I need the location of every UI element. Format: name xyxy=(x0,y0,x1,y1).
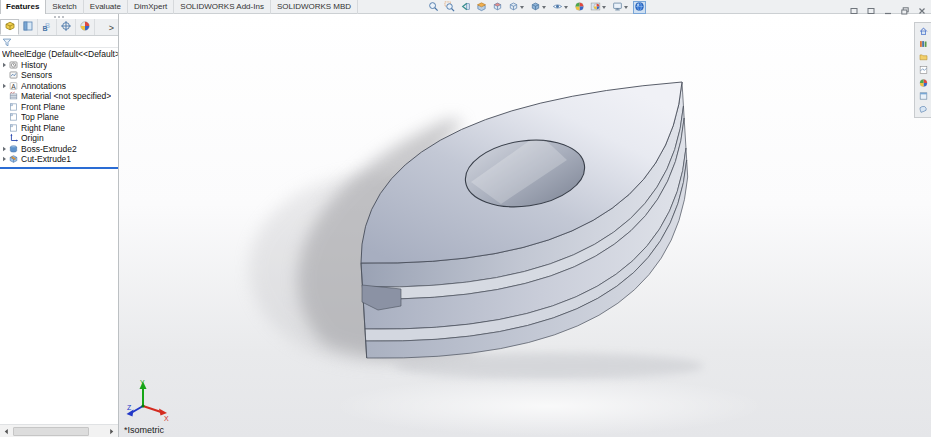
expand-arrow-icon[interactable] xyxy=(0,83,8,89)
tab-sketch[interactable]: Sketch xyxy=(46,0,83,14)
tree-item-origin[interactable]: Origin xyxy=(0,133,118,144)
scrollbar-thumb[interactable] xyxy=(13,427,89,436)
view-orientation-label: *Isometric xyxy=(124,425,164,435)
previous-view-icon xyxy=(460,0,471,16)
tree-item-cut-extrude1[interactable]: Cut-Extrude1 xyxy=(0,154,118,165)
feature-tree: WheelEdge (Default<<Default>_DisplayHist… xyxy=(0,48,118,165)
tree-item-material-not-specified-[interactable]: Material <not specified> xyxy=(0,91,118,102)
section-view-button[interactable] xyxy=(475,1,488,14)
hide-show-items-button[interactable] xyxy=(551,1,564,14)
expand-arrow-icon[interactable] xyxy=(0,62,8,68)
restore-button[interactable] xyxy=(900,2,910,12)
property-icon xyxy=(22,18,34,36)
rollback-bar[interactable] xyxy=(0,167,118,169)
tree-item-boss-extrude2[interactable]: Boss-Extrude2 xyxy=(0,144,118,155)
hide-show-icon xyxy=(552,0,563,16)
config-icon: BB xyxy=(41,18,53,36)
display-icon xyxy=(79,18,91,36)
previous-view-button[interactable] xyxy=(459,1,472,14)
manager-tabs-overflow[interactable]: > xyxy=(109,23,118,35)
window-box-2-button[interactable] xyxy=(866,2,876,12)
tab-solidworks-add-ins[interactable]: SOLIDWORKS Add-Ins xyxy=(174,0,271,14)
apply-scene-dropdown-arrow[interactable] xyxy=(602,6,606,9)
tree-item-right-plane[interactable]: Right Plane xyxy=(0,123,118,134)
tree-item-label: Origin xyxy=(21,133,44,143)
filter-funnel-icon[interactable] xyxy=(2,33,12,51)
minimize-icon xyxy=(883,2,893,19)
scroll-left-arrow[interactable] xyxy=(2,427,11,436)
tab-evaluate[interactable]: Evaluate xyxy=(84,0,128,14)
view-selector-button[interactable] xyxy=(491,1,504,14)
tree-item-label: WheelEdge (Default<<Default>_Display xyxy=(2,49,118,59)
zoom-area-icon xyxy=(444,0,455,16)
tab-solidworks-mbd[interactable]: SOLIDWORKS MBD xyxy=(271,0,358,14)
restore-icon xyxy=(900,2,910,19)
task-pane-tabs xyxy=(914,22,931,118)
tree-filter-row xyxy=(0,36,118,48)
part-model-canvas[interactable] xyxy=(119,14,931,437)
zoom-to-fit-button[interactable] xyxy=(427,1,440,14)
tab-dimxpert[interactable]: DimXpert xyxy=(128,0,174,14)
tree-item-sensors[interactable]: Sensors xyxy=(0,70,118,81)
tree-item-label: Top Plane xyxy=(21,112,59,122)
sensors-icon xyxy=(8,70,19,80)
manager-tab-configurationmanager[interactable]: BB xyxy=(38,19,57,35)
orientation-triad: Y X Z xyxy=(126,376,172,422)
history-icon xyxy=(8,60,19,70)
realview-toggle-button[interactable] xyxy=(633,1,646,14)
display-style-dropdown-arrow[interactable] xyxy=(542,6,546,9)
view-orientation-button[interactable] xyxy=(507,1,520,14)
manager-tab-propertymanager[interactable] xyxy=(19,19,38,35)
tree-item-annotations[interactable]: AAnnotations xyxy=(0,81,118,92)
tree-item-label: Sensors xyxy=(21,70,52,80)
view-orientation-dropdown-arrow[interactable] xyxy=(520,6,524,9)
top-bar: FeaturesSketchEvaluateDimXpertSOLIDWORKS… xyxy=(0,0,931,14)
manager-tab-displaymanager[interactable] xyxy=(76,19,95,35)
view-settings-dropdown-arrow[interactable] xyxy=(624,6,628,9)
apply-scene-button[interactable] xyxy=(589,1,602,14)
tree-item-history[interactable]: History xyxy=(0,60,118,71)
zoom-fit-icon xyxy=(428,0,439,16)
display-style-button[interactable] xyxy=(529,1,542,14)
scroll-right-arrow[interactable] xyxy=(107,427,116,436)
svg-text:B: B xyxy=(43,25,48,32)
command-manager-tabs: FeaturesSketchEvaluateDimXpertSOLIDWORKS… xyxy=(0,0,358,14)
tree-item-label: Cut-Extrude1 xyxy=(21,154,71,164)
tree-item-front-plane[interactable]: Front Plane xyxy=(0,102,118,113)
zoom-to-area-button[interactable] xyxy=(443,1,456,14)
view-selector-icon xyxy=(492,0,503,16)
tree-item-top-plane[interactable]: Top Plane xyxy=(0,112,118,123)
origin-icon xyxy=(8,133,19,143)
window-controls xyxy=(849,2,927,12)
triad-y-label: Y xyxy=(140,379,145,386)
tab-features[interactable]: Features xyxy=(0,0,46,14)
edit-appearance-button[interactable] xyxy=(573,1,586,14)
feature-manager-panel: BB> WheelEdge (Default<<Default>_Display… xyxy=(0,14,119,437)
expand-arrow-icon[interactable] xyxy=(0,156,8,162)
headsup-view-toolbar xyxy=(427,0,649,14)
view-settings-button[interactable] xyxy=(611,1,624,14)
boss-extrude-icon xyxy=(8,144,19,154)
expand-arrow-icon[interactable] xyxy=(0,146,8,152)
forum-icon xyxy=(918,100,929,118)
part-reflection xyxy=(334,376,764,436)
window-box-1-button[interactable] xyxy=(849,2,859,12)
cut-extrude-icon xyxy=(8,154,19,164)
manager-tab-dimxpertmanager[interactable] xyxy=(57,19,76,35)
panel-horizontal-scrollbar xyxy=(0,424,118,437)
contact-shadow xyxy=(394,353,704,379)
close-icon xyxy=(917,2,927,19)
minimize-button[interactable] xyxy=(883,2,893,12)
tree-item-root[interactable]: WheelEdge (Default<<Default>_Display xyxy=(0,49,118,60)
hide-show-items-dropdown-arrow[interactable] xyxy=(564,6,568,9)
manager-panel-tabs: BB> xyxy=(0,19,118,36)
view-orientation-icon xyxy=(508,0,519,16)
task-pane-forum[interactable] xyxy=(917,103,930,115)
tree-item-label: Annotations xyxy=(21,81,66,91)
window-icon xyxy=(866,2,876,19)
material-icon xyxy=(8,91,19,101)
triad-x-label: X xyxy=(164,415,169,422)
triad-z-label: Z xyxy=(127,404,132,411)
graphics-viewport[interactable]: Y X Z *Isometric xyxy=(119,14,931,437)
close-button[interactable] xyxy=(917,2,927,12)
